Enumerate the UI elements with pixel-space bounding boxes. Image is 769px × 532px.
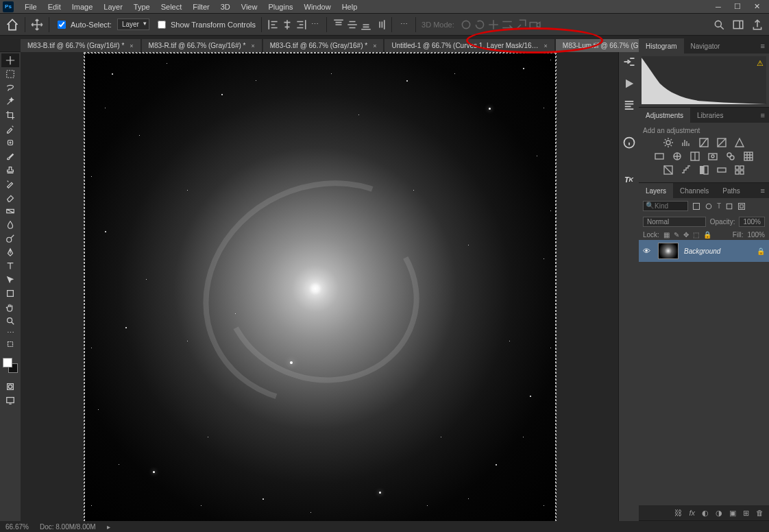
menu-filter[interactable]: Filter: [187, 3, 215, 11]
window-maximize[interactable]: ☐: [728, 2, 747, 11]
align-right-icon[interactable]: [295, 19, 307, 31]
stamp-tool[interactable]: [1, 163, 19, 177]
menu-file[interactable]: File: [19, 3, 42, 11]
adj-brightness-icon[interactable]: [663, 137, 674, 148]
edit-toolbar[interactable]: [1, 337, 19, 351]
adj-vibrance-icon[interactable]: [734, 137, 745, 148]
eyedropper-tool[interactable]: [1, 122, 19, 136]
window-minimize[interactable]: ─: [709, 3, 728, 11]
adj-lookup-icon[interactable]: [743, 151, 754, 162]
panel-menu-icon[interactable]: ≡: [757, 111, 769, 119]
lock-all-icon[interactable]: 🔒: [703, 231, 711, 239]
shape-tool[interactable]: [1, 287, 19, 300]
menu-select[interactable]: Select: [156, 3, 188, 11]
brush-tool[interactable]: [1, 149, 19, 163]
screenmode-tool[interactable]: [1, 394, 19, 407]
tab-histogram[interactable]: Histogram: [639, 38, 684, 53]
opacity-value[interactable]: 100%: [739, 217, 765, 227]
auto-select-target-dropdown[interactable]: Layer: [117, 19, 149, 30]
zoom-level[interactable]: 66.67%: [5, 523, 29, 531]
adj-photo-icon[interactable]: [707, 151, 718, 162]
group-icon[interactable]: ▣: [729, 509, 736, 518]
share-icon[interactable]: [751, 19, 764, 31]
filter-image-icon[interactable]: [692, 202, 700, 210]
menu-window[interactable]: Window: [299, 3, 337, 11]
tab-libraries[interactable]: Libraries: [690, 108, 730, 123]
history-brush-tool[interactable]: [1, 177, 19, 191]
adj-colorbal-icon[interactable]: [672, 151, 683, 162]
status-chevron-icon[interactable]: ▸: [107, 523, 110, 531]
new-layer-icon[interactable]: ⊞: [743, 509, 749, 518]
menu-plugins[interactable]: Plugins: [263, 3, 298, 11]
adj-invert-icon[interactable]: [663, 165, 674, 176]
document-tab-0[interactable]: M83-B.tif @ 66.7% (Gray/16#) *×: [21, 39, 141, 52]
fill-value[interactable]: 100%: [747, 231, 765, 239]
window-close[interactable]: ✕: [747, 2, 766, 11]
align-center-h-icon[interactable]: [281, 19, 293, 31]
strip-tk-icon[interactable]: TK: [622, 173, 636, 186]
gradient-tool[interactable]: [1, 204, 19, 218]
heal-tool[interactable]: [1, 136, 19, 149]
path-tool[interactable]: [1, 273, 19, 287]
document-tab-3[interactable]: Untitled-1 @ 66.7% (Curves 1, Layer Mask…: [384, 39, 554, 52]
move-tool-icon[interactable]: [31, 19, 43, 31]
dodge-tool[interactable]: [1, 232, 19, 245]
show-transform-checkbox[interactable]: Show Transform Controls: [155, 19, 256, 31]
warning-icon[interactable]: ⚠: [757, 59, 764, 68]
distribute-top-icon[interactable]: [332, 19, 345, 31]
filter-shape-icon[interactable]: [725, 202, 733, 210]
filter-adjust-icon[interactable]: [705, 202, 713, 210]
wand-tool[interactable]: [1, 95, 19, 108]
adj-selcolor-icon[interactable]: [734, 165, 745, 176]
panel-menu-icon[interactable]: ≡: [757, 42, 769, 50]
strip-play-icon[interactable]: [622, 77, 636, 90]
menu-3d[interactable]: 3D: [215, 3, 236, 11]
overflow-icon[interactable]: ⋯: [398, 19, 410, 31]
crop-tool[interactable]: [1, 108, 19, 122]
eraser-tool[interactable]: [1, 191, 19, 204]
strip-paragraph-icon[interactable]: [622, 99, 636, 112]
menu-view[interactable]: View: [236, 3, 263, 11]
align-more-icon[interactable]: ⋯: [308, 19, 321, 31]
mask-icon[interactable]: ◐: [702, 509, 709, 518]
hand-tool[interactable]: [1, 300, 19, 314]
strip-info-icon[interactable]: [622, 136, 636, 149]
menu-edit[interactable]: Edit: [42, 3, 66, 11]
zoom-tool[interactable]: [1, 314, 19, 328]
menu-help[interactable]: Help: [337, 3, 363, 11]
visibility-icon[interactable]: 👁: [643, 247, 652, 255]
document-tab-2[interactable]: M83-G.tif @ 66.7% (Gray/16#) *×: [263, 39, 384, 52]
blur-tool[interactable]: [1, 218, 19, 232]
delete-icon[interactable]: 🗑: [756, 509, 764, 517]
close-icon[interactable]: ×: [130, 43, 133, 49]
tab-layers[interactable]: Layers: [639, 183, 673, 198]
lock-paint-icon[interactable]: ✎: [674, 231, 679, 239]
new-fill-icon[interactable]: ◑: [716, 509, 722, 518]
link-layers-icon[interactable]: ⛓: [674, 509, 682, 517]
adj-curves-icon[interactable]: [698, 137, 709, 148]
foreground-swatch[interactable]: [3, 358, 12, 367]
adj-levels-icon[interactable]: [681, 137, 692, 148]
search-icon[interactable]: [713, 19, 725, 31]
adj-hue-icon[interactable]: [654, 151, 665, 162]
filter-type-icon[interactable]: T: [717, 202, 721, 210]
adj-exposure-icon[interactable]: [716, 137, 727, 148]
type-tool[interactable]: [1, 259, 19, 273]
toolbox-more[interactable]: ⋯: [1, 328, 19, 337]
layer-thumbnail[interactable]: [658, 243, 679, 259]
tab-adjustments[interactable]: Adjustments: [639, 108, 690, 123]
adj-thresh-icon[interactable]: [698, 165, 709, 176]
move-tool[interactable]: [1, 53, 19, 67]
tab-navigator[interactable]: Navigator: [684, 38, 727, 53]
adj-mixer-icon[interactable]: [725, 151, 736, 162]
marquee-tool[interactable]: [1, 67, 19, 81]
menu-type[interactable]: Type: [128, 3, 156, 11]
color-swatches[interactable]: [3, 358, 18, 373]
align-left-icon[interactable]: [267, 19, 280, 31]
adj-gradmap-icon[interactable]: [716, 165, 727, 176]
filter-smart-icon[interactable]: [737, 202, 746, 210]
menu-layer[interactable]: Layer: [98, 3, 128, 11]
lasso-tool[interactable]: [1, 81, 19, 95]
document-tab-1[interactable]: M83-R.tif @ 66.7% (Gray/16#) *×: [142, 39, 262, 52]
distribute-bottom-icon[interactable]: [360, 19, 372, 31]
